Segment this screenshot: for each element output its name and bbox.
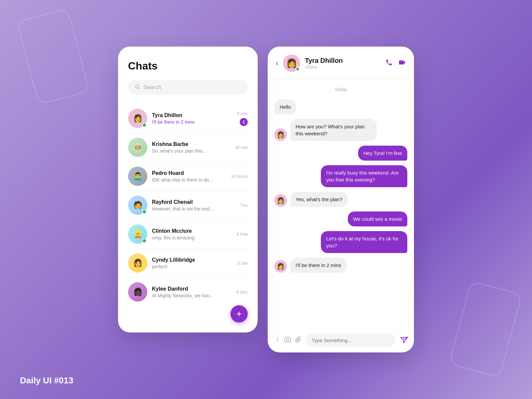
message-time: 30 min xyxy=(235,145,248,150)
message-row: Hey Tyra! I'm fine xyxy=(274,146,407,161)
list-item[interactable]: 👩 Tyra Dhillon I'll be there in 2 mins 5… xyxy=(128,104,248,133)
message-bubble: We could see a movie xyxy=(348,211,407,226)
avatar: 👩 xyxy=(274,194,287,207)
message-time: 8 Feb xyxy=(237,232,248,237)
back-button[interactable]: ‹ xyxy=(276,59,278,68)
avatar: 🧑 xyxy=(128,196,147,215)
chat-list: 👩 Tyra Dhillon I'll be there in 2 mins 5… xyxy=(128,104,248,306)
send-button[interactable] xyxy=(398,334,409,346)
bg-decoration-1 xyxy=(16,8,90,105)
chats-panel: Chats Search 👩 Tyra Dhill xyxy=(118,47,258,332)
search-bar[interactable]: Search xyxy=(128,80,248,95)
avatar-image: 👩🏿 xyxy=(128,282,147,302)
chat-conversation-panel: ‹ 👩 Tyra Dhillon Online xyxy=(268,47,414,352)
message-bubble: How are you? What's your plan this weeke… xyxy=(290,119,377,141)
search-placeholder: Search xyxy=(143,84,161,91)
avatar: 👩 xyxy=(128,109,147,128)
header-actions xyxy=(385,59,406,68)
search-icon xyxy=(135,84,140,91)
svg-line-1 xyxy=(138,88,139,89)
message-row: We could see a movie xyxy=(274,211,407,226)
contact-name: Kylee Danford xyxy=(152,286,232,292)
avatar-image: 👨‍🦱 xyxy=(128,167,147,186)
message-preview: IDK what else is there to do... xyxy=(152,177,226,183)
svg-point-5 xyxy=(287,339,289,341)
contact-name: Krishna Barbe xyxy=(152,141,230,147)
online-indicator xyxy=(142,238,147,243)
message-row: 👩 Yes, what's the plan? xyxy=(274,192,407,207)
message-time: Thu xyxy=(240,203,248,208)
date-divider: Today xyxy=(274,87,407,92)
phone-icon[interactable] xyxy=(385,59,393,68)
svg-point-4 xyxy=(277,340,278,341)
message-bubble: Hello xyxy=(274,99,296,114)
contact-name: Pedro Huard xyxy=(152,170,226,176)
message-time: 16 hours xyxy=(231,174,248,179)
message-time: 6 Dec xyxy=(236,290,248,295)
message-preview: perfect! xyxy=(152,264,232,269)
avatar-image: 👩 xyxy=(128,253,147,273)
video-icon[interactable] xyxy=(398,59,406,68)
input-icons xyxy=(274,336,302,344)
contact-name: Cyndy Lillibridge xyxy=(152,257,232,263)
app-label: Daily UI #013 xyxy=(20,375,73,386)
svg-point-2 xyxy=(277,337,278,338)
unread-badge: 1 xyxy=(240,118,248,126)
message-preview: omg, this is amazing xyxy=(152,235,232,240)
avatar: 👩 xyxy=(128,253,147,273)
message-bubble: Let's do it at my house, it's ok for you… xyxy=(321,231,407,253)
camera-icon[interactable] xyxy=(284,336,291,344)
message-input-area xyxy=(268,328,414,352)
header-contact-name: Tyra Dhillon xyxy=(305,57,381,65)
message-time: 5 min xyxy=(237,111,248,116)
list-item[interactable]: 👩🏿 Kylee Danford At Mighty Networks, we … xyxy=(128,278,248,306)
list-item[interactable]: 👱 Clinton Mcclure omg, this is amazing 8… xyxy=(128,220,248,249)
header-avatar: 👩 xyxy=(283,55,300,72)
chat-header: ‹ 👩 Tyra Dhillon Online xyxy=(268,47,414,79)
contact-name: Clinton Mcclure xyxy=(152,228,232,234)
avatar-image: 👳 xyxy=(128,138,147,157)
svg-point-3 xyxy=(277,339,278,340)
message-row: I'm really busy this weekend. Are you fr… xyxy=(274,165,407,187)
header-status: Online xyxy=(305,65,381,69)
avatar: 👩 xyxy=(274,128,287,141)
panels-container: Chats Search 👩 Tyra Dhill xyxy=(118,47,414,352)
avatar: 👳 xyxy=(128,138,147,157)
message-preview: So, what's your plan this... xyxy=(152,148,230,154)
online-indicator xyxy=(142,209,147,214)
messages-area: Today Hello 👩 How are you? What's your p… xyxy=(268,79,414,328)
message-preview: I'll be there in 2 mins xyxy=(152,119,232,125)
message-row: Let's do it at my house, it's ok for you… xyxy=(274,231,407,253)
message-bubble: Hey Tyra! I'm fine xyxy=(358,146,407,161)
header-online-indicator xyxy=(296,67,300,71)
message-bubble: I'm really busy this weekend. Are you fr… xyxy=(321,165,407,187)
message-input[interactable] xyxy=(306,333,395,347)
chats-title: Chats xyxy=(128,60,248,72)
message-time: 3 Jan xyxy=(237,261,248,266)
list-item[interactable]: 👩 Cyndy Lillibridge perfect! 3 Jan xyxy=(128,249,248,278)
new-chat-button[interactable]: + xyxy=(230,305,248,323)
list-item[interactable]: 👳 Krishna Barbe So, what's your plan thi… xyxy=(128,133,248,162)
bg-decoration-2 xyxy=(449,281,522,378)
online-indicator xyxy=(142,123,147,127)
attachment-icon[interactable] xyxy=(295,336,302,344)
message-row: 👩 I'll be there in 2 mins xyxy=(274,258,407,273)
list-item[interactable]: 👨‍🦱 Pedro Huard IDK what else is there t… xyxy=(128,162,248,191)
message-bubble: I'll be there in 2 mins xyxy=(290,258,346,273)
contact-name: Rayford Chenail xyxy=(152,199,236,205)
list-item[interactable]: 🧑 Rayford Chenail However, that is not t… xyxy=(128,191,248,220)
message-row: 👩 How are you? What's your plan this wee… xyxy=(274,119,407,141)
message-row: Hello xyxy=(274,99,407,114)
contact-name: Tyra Dhillon xyxy=(152,112,232,118)
more-options-icon[interactable] xyxy=(274,336,280,344)
message-bubble: Yes, what's the plan? xyxy=(290,192,348,207)
avatar: 👱 xyxy=(128,224,147,244)
message-preview: However, that is not the end... xyxy=(152,206,236,211)
avatar: 👩🏿 xyxy=(128,282,147,302)
avatar: 👨‍🦱 xyxy=(128,167,147,186)
avatar: 👩 xyxy=(274,260,287,273)
message-preview: At Mighty Networks, we hav... xyxy=(152,293,232,298)
